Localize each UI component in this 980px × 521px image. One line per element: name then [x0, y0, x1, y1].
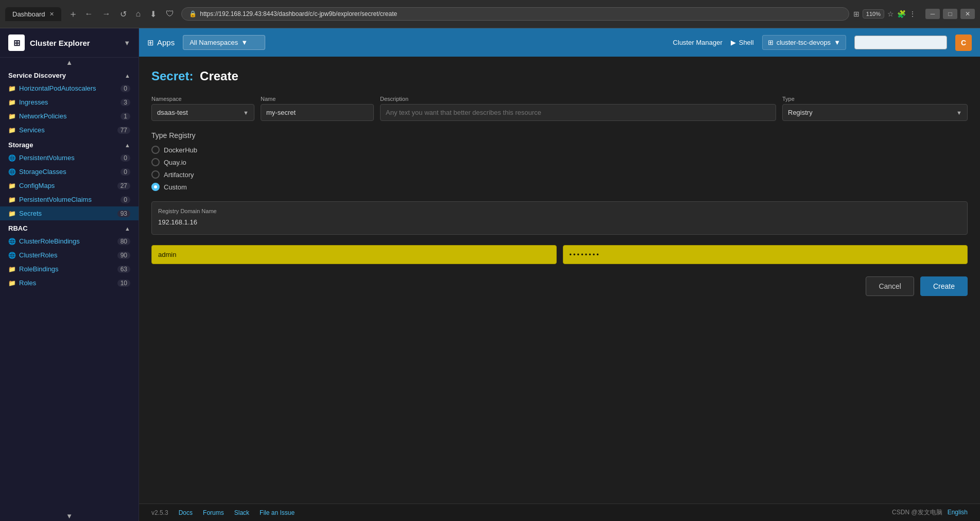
sidebar-scroll-up-button[interactable]: ▲	[0, 58, 139, 67]
sidebar-item-label: HorizontalPodAutoscalers	[19, 84, 117, 92]
sidebar-item-services[interactable]: 📁 Services 77	[0, 123, 139, 137]
reload-button[interactable]: ↺	[117, 7, 130, 21]
sidebar-item-label: RoleBindings	[19, 265, 114, 273]
main-content: Secret: Create Namespace dsaas-test ▼ Na…	[139, 57, 980, 521]
sidebar-title: Cluster Explorer	[30, 39, 118, 47]
globe-icon: 🌐	[8, 238, 16, 245]
tab-close-button[interactable]: ✕	[49, 11, 54, 18]
rbac-chevron-icon[interactable]: ▲	[125, 225, 130, 232]
radio-custom[interactable]: Custom	[151, 183, 968, 191]
sidebar-item-network-policies[interactable]: 📁 NetworkPolicies 1	[0, 109, 139, 123]
bottom-bar: v2.5.3 Docs Forums Slack File an Issue C…	[139, 503, 980, 521]
more-icon[interactable]: ⋮	[909, 10, 916, 18]
browser-tab[interactable]: Dashboard ✕	[5, 7, 61, 21]
sidebar-header: ⊞ Cluster Explorer ▼	[0, 28, 139, 58]
name-field: Name	[261, 96, 374, 121]
search-input[interactable]	[854, 36, 947, 49]
sidebar-item-cluster-roles[interactable]: 🌐 ClusterRoles 90	[0, 248, 139, 262]
password-input[interactable]	[563, 245, 968, 264]
apps-button[interactable]: ⊞ Apps	[147, 38, 175, 47]
slack-link[interactable]: Slack	[234, 509, 249, 516]
sidebar-item-role-bindings[interactable]: 📁 RoleBindings 63	[0, 262, 139, 276]
sidebar-item-count: 0	[121, 196, 130, 203]
sidebar-item-ingresses[interactable]: 📁 Ingresses 3	[0, 95, 139, 109]
sidebar-collapse-button[interactable]: ▼	[124, 39, 130, 47]
cluster-manager-button[interactable]: Cluster Manager	[673, 39, 723, 46]
forums-link[interactable]: Forums	[203, 509, 224, 516]
apps-label: Apps	[157, 38, 175, 47]
sidebar-item-storage-classes[interactable]: 🌐 StorageClasses 0	[0, 165, 139, 179]
sidebar-item-count: 0	[121, 168, 130, 176]
rbac-section-header[interactable]: RBAC ▲	[0, 220, 139, 234]
sidebar-scroll-down-button[interactable]: ▼	[0, 511, 139, 521]
sidebar-item-horizontal-pod-autoscalers[interactable]: 📁 HorizontalPodAutoscalers 0	[0, 81, 139, 95]
folder-icon: 📁	[8, 280, 16, 287]
sidebar-item-secrets[interactable]: 📁 Secrets 93	[0, 206, 139, 220]
service-discovery-chevron-icon[interactable]: ▲	[125, 73, 130, 79]
radio-dockerhub[interactable]: DockerHub	[151, 146, 968, 154]
user-avatar[interactable]: C	[955, 34, 972, 51]
version-label: v2.5.3	[151, 509, 168, 516]
cluster-label: cluster-tsc-devops	[777, 39, 831, 46]
home-button[interactable]: ⌂	[133, 7, 144, 21]
url-bar[interactable]: 🔒 https://192.168.129.43:8443/dashboard/…	[181, 7, 849, 21]
docs-link[interactable]: Docs	[179, 509, 193, 516]
radio-quay[interactable]: Quay.io	[151, 158, 968, 166]
registry-domain-input[interactable]	[158, 216, 961, 228]
sidebar-item-count: 0	[121, 85, 130, 92]
cluster-selector[interactable]: ⊞ cluster-tsc-devops ▼	[762, 35, 846, 50]
description-input[interactable]	[380, 104, 776, 121]
sidebar-item-count: 0	[121, 154, 130, 162]
back-button[interactable]: ←	[82, 7, 96, 21]
language-link[interactable]: English	[948, 509, 968, 516]
service-discovery-section-header[interactable]: Service Discovery ▲	[0, 67, 139, 81]
rbac-label: RBAC	[8, 224, 28, 232]
username-input[interactable]	[151, 245, 557, 264]
description-label: Description	[380, 96, 776, 102]
type-select[interactable]: Registry ▼	[782, 104, 968, 121]
sidebar-item-cluster-role-bindings[interactable]: 🌐 ClusterRoleBindings 80	[0, 234, 139, 248]
tab-title: Dashboard	[12, 10, 45, 18]
cancel-button[interactable]: Cancel	[866, 276, 914, 296]
new-tab-button[interactable]: ＋	[68, 8, 78, 20]
sidebar-item-count: 77	[117, 127, 130, 134]
namespace-select[interactable]: dsaas-test ▼	[151, 104, 254, 121]
registry-type-radio-group: DockerHub Quay.io Artifactory Custom	[151, 146, 968, 191]
apps-icon: ⊞	[147, 38, 154, 47]
sidebar-logo: ⊞	[8, 34, 25, 51]
storage-section-header[interactable]: Storage ▲	[0, 137, 139, 151]
zoom-level: 110%	[863, 9, 884, 19]
namespace-select-chevron-icon: ▼	[243, 110, 249, 116]
sidebar-item-persistent-volume-claims[interactable]: 📁 PersistentVolumeClaims 0	[0, 193, 139, 206]
globe-icon: 🌐	[8, 154, 16, 162]
type-registry-section-title: Type Registry	[151, 131, 968, 140]
folder-icon: 📁	[8, 182, 16, 189]
namespace-chevron-icon: ▼	[241, 39, 248, 46]
download-button[interactable]: ⬇	[147, 7, 160, 21]
page-title: Secret: Create	[151, 69, 968, 83]
qr-icon[interactable]: ⊞	[853, 10, 859, 18]
close-button[interactable]: ✕	[960, 9, 975, 19]
storage-chevron-icon[interactable]: ▲	[125, 142, 130, 148]
sidebar-item-count: 3	[121, 99, 130, 106]
minimize-button[interactable]: ─	[925, 9, 940, 19]
name-input[interactable]	[261, 104, 374, 121]
sidebar-item-roles[interactable]: 📁 Roles 10	[0, 276, 139, 290]
maximize-button[interactable]: □	[943, 9, 957, 19]
shell-button[interactable]: ▶ Shell	[731, 39, 754, 46]
forward-button[interactable]: →	[99, 7, 114, 21]
radio-artifactory[interactable]: Artifactory	[151, 170, 968, 179]
url-text[interactable]: https://192.168.129.43:8443/dashboard/c/…	[200, 10, 841, 18]
sidebar-item-config-maps[interactable]: 📁 ConfigMaps 27	[0, 179, 139, 193]
sidebar: ⊞ Cluster Explorer ▼ ▲ Service Discovery…	[0, 28, 139, 521]
file-issue-link[interactable]: File an Issue	[260, 509, 295, 516]
sidebar-item-label: Roles	[19, 279, 114, 287]
create-button[interactable]: Create	[920, 276, 968, 296]
form-actions: Cancel Create	[151, 276, 968, 296]
sidebar-item-label: Services	[19, 126, 114, 134]
star-icon[interactable]: ☆	[887, 10, 894, 18]
service-discovery-label: Service Discovery	[8, 72, 66, 79]
sidebar-item-persistent-volumes[interactable]: 🌐 PersistentVolumes 0	[0, 151, 139, 165]
namespace-selector[interactable]: All Namespaces ▼	[183, 35, 265, 50]
extensions-icon[interactable]: 🧩	[897, 10, 906, 18]
